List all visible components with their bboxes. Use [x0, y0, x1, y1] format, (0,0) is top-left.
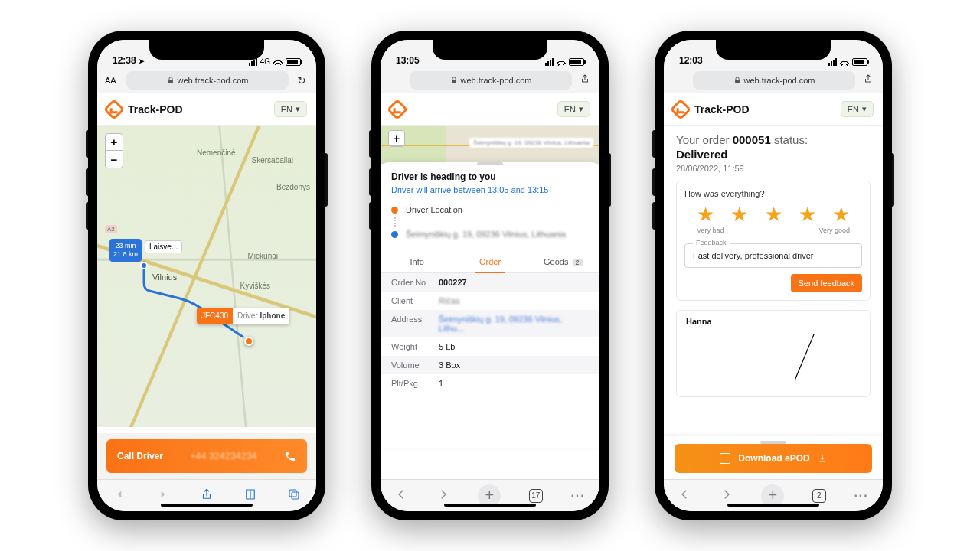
forward-button[interactable] [720, 487, 733, 504]
map-label: Kyviškės [240, 282, 270, 290]
driver-phone-number: +44 324234234 [190, 451, 257, 461]
forward-button[interactable] [436, 487, 450, 504]
star-icon[interactable]: ★ [765, 203, 782, 227]
cell-signal-icon [545, 58, 554, 66]
clock: 13:05 [396, 55, 420, 66]
tabs-button[interactable]: 17 [529, 489, 543, 503]
destination-marker[interactable] [140, 262, 148, 269]
svg-rect-0 [289, 490, 296, 497]
phone-icon [284, 450, 296, 462]
eta-tooltip: 23 min 21.8 km [109, 239, 142, 262]
clock: 12:38 ➤ [113, 55, 145, 66]
star-icon[interactable]: ★ [799, 203, 816, 227]
map-viewport[interactable]: + − Skersabaliai Nemenčinė Bezdonys Viln… [97, 126, 316, 427]
chevron-down-icon: ▾ [296, 104, 300, 114]
back-button[interactable] [394, 487, 408, 504]
call-driver-button[interactable]: Call Driver +44 324234234 [106, 439, 307, 473]
text-size-button[interactable]: AA [105, 76, 120, 85]
row-plt: Plt/Pkg1 [381, 374, 599, 393]
safari-url-bar: AA web.track-pod.com ↻ [97, 67, 316, 93]
language-selector[interactable]: EN▾ [274, 101, 307, 117]
star-icon[interactable]: ★ [730, 203, 748, 227]
wifi-icon [557, 59, 566, 66]
chevron-down-icon: ▾ [862, 104, 867, 114]
row-weight: Weight5 Lb [381, 337, 599, 356]
order-number: 000051 [733, 133, 771, 146]
tab-order[interactable]: Order [453, 251, 526, 272]
drag-handle[interactable] [477, 162, 503, 165]
more-button[interactable]: ··· [854, 489, 868, 503]
phone-mockup-2: 13:05 web.track-pod.com Track-POD [371, 31, 609, 520]
tab-goods[interactable]: Goods 2 [527, 251, 599, 272]
lock-icon [733, 77, 741, 84]
back-button[interactable] [113, 487, 126, 504]
tabs: Info Order Goods 2 [381, 251, 599, 273]
bookmarks-button[interactable] [243, 487, 257, 504]
zoom-out-button[interactable]: − [106, 151, 122, 168]
network-label: 4G [260, 57, 270, 66]
star-icon[interactable]: ★ [697, 203, 714, 227]
zoom-control: + [388, 130, 405, 147]
clock: 12:03 [679, 55, 703, 66]
brand-logo[interactable]: Track-POD [106, 102, 183, 117]
battery-icon [852, 58, 867, 66]
share-button[interactable] [578, 73, 592, 86]
url-field[interactable]: web.track-pod.com [126, 71, 289, 90]
app-header: Track-POD EN▾ [664, 93, 883, 126]
tabs-button[interactable]: 2 [812, 489, 826, 503]
star-rating[interactable]: ★ ★ ★ ★ ★ [684, 203, 862, 227]
zoom-in-button[interactable]: + [106, 134, 122, 151]
signer-name: Hanna [686, 317, 861, 326]
wifi-icon [273, 58, 283, 65]
driver-marker[interactable] [244, 337, 253, 346]
feedback-text: Fast delivery, professional driver [685, 244, 861, 267]
back-button[interactable] [678, 487, 691, 504]
language-selector[interactable]: EN▾ [841, 101, 874, 117]
zoom-in-button[interactable]: + [389, 131, 404, 146]
wifi-icon [840, 59, 849, 66]
row-client: ClientRičas [381, 292, 599, 310]
star-icon[interactable]: ★ [832, 203, 850, 227]
share-button[interactable] [861, 73, 875, 86]
app-header: Track-POD EN▾ [97, 93, 316, 126]
map-label: Bezdonys [276, 183, 310, 191]
legend-driver: Driver Location [381, 202, 599, 217]
logo-icon [387, 98, 408, 119]
destination-chip[interactable]: Laisve... [145, 240, 182, 253]
brand-logo[interactable]: Track-POD [390, 102, 405, 117]
download-epod-button[interactable]: Download ePOD [675, 444, 872, 473]
language-selector[interactable]: EN▾ [557, 101, 590, 117]
map-viewport[interactable]: + Šeimyniškių g. 19, 09236 Vilnius, Lith… [381, 126, 599, 164]
driver-chip[interactable]: JFC430 Driver Iphone [197, 308, 289, 324]
reload-button[interactable]: ↻ [295, 74, 309, 86]
sheet-title: Driver is heading to you [381, 171, 599, 185]
forward-button[interactable] [156, 487, 170, 504]
legend-destination: Šeimyniškių g. 19, 09236 Vilnius, Lithua… [381, 227, 599, 242]
url-field[interactable]: web.track-pod.com [693, 71, 855, 90]
phone-mockup-1: 12:38 ➤ 4G AA web.track-pod.com ↻ [88, 31, 325, 520]
logo-icon [670, 98, 691, 119]
brand-logo[interactable]: Track-POD [673, 102, 750, 117]
feedback-question: How was everything? [684, 189, 862, 198]
battery-icon [286, 58, 301, 66]
url-field[interactable]: web.track-pod.com [410, 71, 572, 90]
tab-info[interactable]: Info [381, 251, 453, 272]
lock-icon [167, 77, 175, 84]
zoom-control: + − [105, 133, 123, 168]
tabs-button[interactable] [287, 487, 301, 504]
app-header: Track-POD EN▾ [381, 93, 599, 126]
safari-url-bar: web.track-pod.com [381, 67, 599, 93]
scale-low-label: Very bad [697, 227, 724, 234]
map-label: Nemenčinė [197, 148, 236, 157]
feedback-input[interactable]: Feedback Fast delivery, professional dri… [684, 243, 862, 268]
signature-card: Hanna [676, 310, 871, 397]
safari-url-bar: web.track-pod.com [664, 67, 883, 93]
phone-mockup-3: 12:03 web.track-pod.com Track-PO [655, 31, 892, 520]
dot-icon [391, 207, 398, 214]
more-button[interactable]: ··· [570, 489, 585, 503]
row-address: AddressŠeimyniškių g. 19, 09236 Vilnius,… [381, 310, 599, 337]
scale-high-label: Very good [818, 227, 850, 234]
send-feedback-button[interactable]: Send feedback [791, 274, 862, 292]
map-label: Skersabaliai [252, 156, 293, 165]
share-button[interactable] [200, 487, 214, 504]
